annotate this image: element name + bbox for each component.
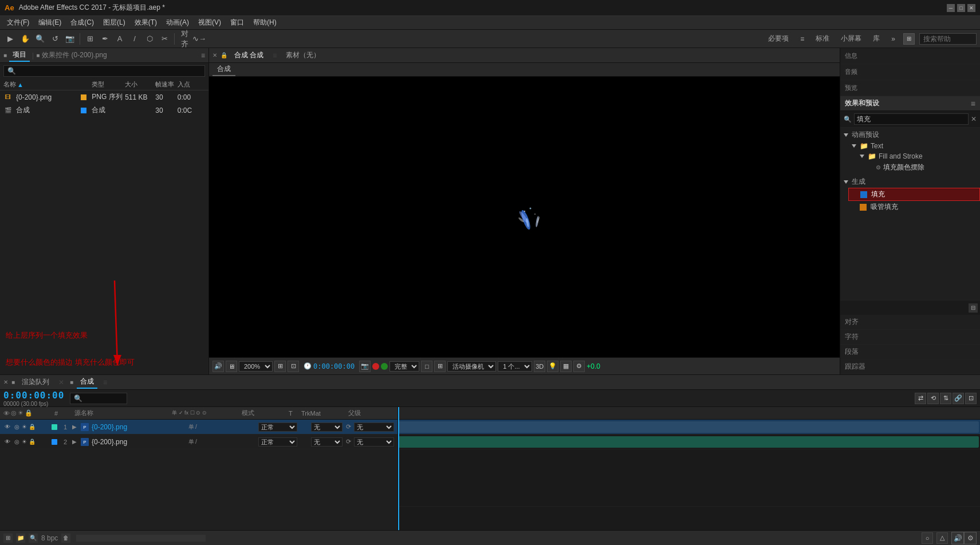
maximize-button[interactable]: □ bbox=[957, 4, 965, 12]
layer-row[interactable]: 👁 ◎ ☀ 🔒 1 ▶ P {0-200}.png 单 / bbox=[0, 420, 397, 435]
playhead[interactable] bbox=[398, 407, 399, 530]
menu-file[interactable]: 文件(F) bbox=[2, 17, 34, 29]
menu-edit[interactable]: 编辑(E) bbox=[34, 17, 66, 29]
vc-camera-select[interactable]: 活动摄像机 bbox=[447, 361, 496, 372]
tl-tool-5[interactable]: ⊡ bbox=[965, 393, 977, 404]
tl-tool-4[interactable]: 🔗 bbox=[953, 393, 964, 404]
render-queue-tab[interactable]: 渲染队列 bbox=[18, 376, 53, 388]
effects-footer-icon[interactable]: ⊟ bbox=[969, 303, 978, 313]
new-comp-icon[interactable]: ⊞ bbox=[3, 534, 13, 543]
asset-row[interactable]: 🎬 合成 合成 30 0:0C bbox=[0, 104, 208, 117]
tool-snap[interactable]: ∿→ bbox=[192, 32, 206, 46]
minimize-button[interactable]: ─ bbox=[947, 4, 955, 12]
close-button[interactable]: ✕ bbox=[967, 4, 975, 12]
paragraph-panel-row[interactable]: 段落 bbox=[840, 345, 980, 360]
layer2-mode-select[interactable]: 正常 bbox=[258, 437, 297, 447]
layer2-parent-select[interactable]: 无 bbox=[354, 437, 394, 447]
layer2-trkmat-select[interactable]: 无 bbox=[311, 437, 343, 447]
tl-close-icon[interactable]: ✕ bbox=[3, 379, 8, 385]
layer1-expand[interactable]: ▶ bbox=[72, 424, 79, 430]
animation-presets-toggle[interactable]: 动画预设 bbox=[840, 129, 980, 141]
trash-icon[interactable]: 🗑 bbox=[61, 534, 70, 543]
menu-help[interactable]: 帮助(H) bbox=[249, 17, 281, 29]
tool-select[interactable]: ▶ bbox=[3, 32, 17, 46]
tracker-panel-row[interactable]: 跟踪器 bbox=[840, 360, 980, 374]
vc-light-btn[interactable]: 💡 bbox=[547, 361, 558, 372]
vc-reset-btn[interactable]: ⚙ bbox=[573, 361, 585, 372]
tool-line[interactable]: / bbox=[128, 32, 141, 46]
tool-fill[interactable]: ✂ bbox=[158, 32, 171, 46]
tool-text[interactable]: A bbox=[113, 32, 127, 46]
layer2-lock[interactable]: 🔒 bbox=[29, 439, 34, 445]
settings-icon-footer[interactable]: ⚙ bbox=[964, 532, 977, 544]
tl-footer-nav[interactable]: ○ bbox=[922, 532, 933, 544]
layer2-audio[interactable]: ◎ bbox=[13, 438, 21, 446]
vc-quality-select[interactable]: 完整 bbox=[389, 361, 419, 372]
menu-composition[interactable]: 合成(C) bbox=[66, 17, 99, 29]
generate-toggle[interactable]: 生成 bbox=[840, 176, 980, 188]
vc-region-btn[interactable]: □ bbox=[421, 361, 432, 372]
tool-rotate[interactable]: ↺ bbox=[48, 32, 62, 46]
effect-controls-tab[interactable]: ■ 效果控件 (0-200).png bbox=[36, 50, 107, 60]
tl-tool-1[interactable]: ⇄ bbox=[915, 393, 926, 404]
menu-animation[interactable]: 动画(A) bbox=[162, 17, 194, 29]
tool-shape[interactable]: ⬡ bbox=[143, 32, 156, 46]
tl-tool-2[interactable]: ⟲ bbox=[927, 393, 939, 404]
timeline-search-input[interactable] bbox=[70, 393, 127, 404]
workspace-library[interactable]: 库 bbox=[869, 33, 883, 45]
vc-monitor-btn[interactable]: 🖥 bbox=[226, 361, 237, 372]
vp-close-icon[interactable]: ✕ bbox=[212, 52, 217, 58]
vc-shadow-btn[interactable]: ▦ bbox=[560, 361, 572, 372]
workspace-essential[interactable]: 必要项 bbox=[765, 33, 792, 45]
menu-view[interactable]: 视图(V) bbox=[194, 17, 226, 29]
tl-lock-icon[interactable]: ■ bbox=[11, 379, 15, 385]
search-project-icon[interactable]: 🔍 bbox=[29, 534, 38, 543]
layer1-lock[interactable]: 🔒 bbox=[29, 424, 34, 430]
vc-grid-btn[interactable]: ⊡ bbox=[288, 361, 299, 372]
tool-align[interactable]: 对齐 bbox=[178, 32, 191, 46]
tool-zoom[interactable]: 🔍 bbox=[33, 32, 47, 46]
menu-layer[interactable]: 图层(L) bbox=[99, 17, 130, 29]
layer1-switch1[interactable]: 单 bbox=[188, 423, 194, 431]
layer2-visibility[interactable]: 👁 bbox=[3, 438, 11, 446]
eyedropper-fill-item[interactable]: 吸管填充 bbox=[848, 201, 980, 213]
tl-tool-3[interactable]: ⇅ bbox=[940, 393, 951, 404]
tool-pen[interactable]: ✒ bbox=[98, 32, 112, 46]
layer1-audio[interactable]: ◎ bbox=[13, 423, 21, 431]
menu-window[interactable]: 窗口 bbox=[226, 17, 249, 29]
track-row-2[interactable] bbox=[398, 435, 980, 449]
layer1-trkmat-select[interactable]: 无 bbox=[311, 422, 343, 432]
vp-material-tab[interactable]: 素材（无） bbox=[282, 49, 324, 61]
layer1-mode-select[interactable]: 正常 bbox=[258, 422, 297, 432]
layer1-solo[interactable]: ☀ bbox=[22, 424, 27, 430]
fill-effect-item[interactable]: 填充 bbox=[848, 188, 980, 201]
effects-search-input[interactable] bbox=[854, 113, 969, 125]
effects-clear-btn[interactable]: ✕ bbox=[971, 115, 977, 123]
layer2-solo[interactable]: ☀ bbox=[22, 439, 27, 445]
workspace-menu[interactable]: ≡ bbox=[797, 34, 808, 44]
tl-footer-mountain[interactable]: △ bbox=[936, 532, 948, 544]
fill-color-item[interactable]: ⚙ 填充颜色摆除 bbox=[864, 161, 980, 173]
layer-row[interactable]: 👁 ◎ ☀ 🔒 2 ▶ P {0-200}.png 单 / bbox=[0, 435, 397, 449]
folder-icon[interactable]: 📁 bbox=[16, 534, 25, 543]
vc-play-btn[interactable] bbox=[381, 363, 388, 370]
vc-transparent-btn[interactable]: ⊞ bbox=[434, 361, 446, 372]
vc-snapshot-btn[interactable]: 📷 bbox=[359, 361, 371, 372]
vc-record-btn[interactable] bbox=[372, 363, 379, 370]
vc-zoom-select[interactable]: 200% bbox=[239, 361, 273, 372]
vp-comp-tab[interactable]: 合成 合成 bbox=[231, 49, 267, 61]
workspace-standard[interactable]: 标准 bbox=[812, 33, 833, 45]
vc-3d-btn[interactable]: 3D bbox=[534, 361, 545, 372]
tool-camera[interactable]: 📷 bbox=[63, 32, 77, 46]
speaker-icon[interactable]: 🔊 bbox=[951, 532, 964, 544]
vc-audio-btn[interactable]: 🔊 bbox=[212, 361, 224, 372]
vc-fit-btn[interactable]: ⊞ bbox=[274, 361, 286, 372]
effects-menu-icon[interactable]: ≡ bbox=[971, 99, 975, 108]
project-panel-menu[interactable]: ≡ bbox=[201, 52, 205, 60]
comp-timeline-tab[interactable]: 合成 bbox=[77, 376, 97, 389]
panel-toggle[interactable]: ⊞ bbox=[903, 33, 915, 45]
character-panel-row[interactable]: 字符 bbox=[840, 330, 980, 345]
layer1-switch2[interactable]: / bbox=[195, 424, 197, 430]
track-area[interactable]: 0f 0:15f 01:0f 01:15f 02:0f 02:15f 03:0f… bbox=[398, 407, 980, 530]
layer2-switch2[interactable]: / bbox=[195, 439, 197, 445]
